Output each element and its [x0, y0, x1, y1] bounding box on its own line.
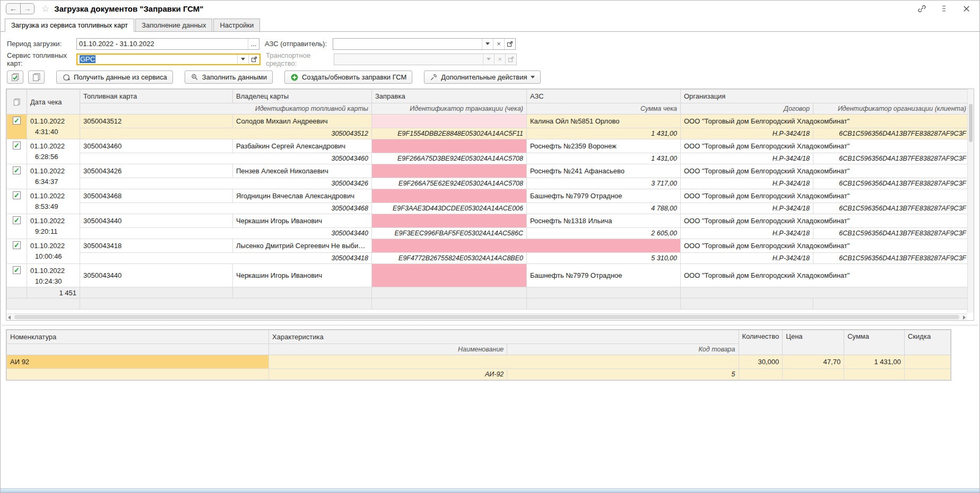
- cell-card-owner[interactable]: Разбайкин Сергей Александрович: [233, 139, 372, 153]
- vehicle-input[interactable]: [334, 54, 483, 65]
- close-button[interactable]: [961, 4, 971, 13]
- cell-checkbox[interactable]: ✓: [7, 264, 27, 287]
- cell-date[interactable]: 01.10.20224:31:40: [27, 115, 80, 139]
- fuel-card-service-input[interactable]: GPC: [77, 55, 237, 64]
- cell-azs[interactable]: Роснефть №1318 Ильича: [527, 214, 681, 228]
- cell-org-id[interactable]: 6CB1C596356D4A13B7FE838287AF9C3F: [813, 203, 970, 214]
- cell-org-id[interactable]: 6CB1C596356D4A13B7FE838287AF9C3F: [813, 253, 970, 264]
- cell-card-id[interactable]: 3050043426: [80, 178, 372, 189]
- cell-date[interactable]: 01.10.20228:53:49: [27, 189, 80, 214]
- cell-transaction-id[interactable]: E9F3EEC996FBAF5FE053024A14AC586C: [372, 228, 527, 239]
- cell-fuel-card[interactable]: 3050043512: [80, 115, 233, 128]
- row-checkbox[interactable]: ✓: [13, 191, 21, 199]
- cell-refuel[interactable]: [372, 115, 527, 128]
- cell-transaction-id[interactable]: E9F3AAE3D443DCDEE053024A14ACE006: [372, 203, 527, 214]
- cell-refuel[interactable]: [372, 189, 527, 203]
- cell-org-id[interactable]: 6CB1C596356D4A13B7FE838287AF9C3F: [813, 153, 970, 164]
- column-header-card[interactable]: Топливная карта: [80, 90, 233, 103]
- cell-organization[interactable]: ООО "Торговый дом Белгородский Хладокомб…: [681, 189, 970, 203]
- row-checkbox[interactable]: ✓: [13, 216, 21, 224]
- more-menu-button[interactable]: [939, 4, 949, 13]
- cell-contract[interactable]: Н.Р-3424/18: [681, 228, 813, 239]
- cell-transaction-id[interactable]: E9F266A75E62E924E053024A14AC5708: [372, 178, 527, 189]
- back-button[interactable]: ←: [6, 4, 20, 14]
- tab-load-from-service[interactable]: Загрузка из сервиса топливных карт: [5, 19, 134, 32]
- cell-org-id[interactable]: 6CB1C596356D4A13B7FE838287AF9C3F: [813, 128, 970, 139]
- cell-card-id[interactable]: 3050043468: [80, 203, 372, 214]
- get-data-from-service-button[interactable]: Получить данные из сервиса: [56, 71, 173, 84]
- cell-refuel[interactable]: [372, 239, 681, 253]
- more-actions-button[interactable]: Дополнительные действия: [424, 71, 540, 84]
- cell-checkbox[interactable]: ✓: [7, 189, 27, 214]
- tab-fill-data[interactable]: Заполнение данных: [135, 19, 212, 31]
- cell-fuel-card[interactable]: 3050043468: [80, 189, 233, 203]
- cell-card-id[interactable]: 3050043418: [80, 253, 372, 264]
- cell-transaction-id[interactable]: E9F266A75D3BE924E053024A14AC5708: [372, 153, 527, 164]
- azs-dropdown-button[interactable]: [482, 39, 493, 49]
- favorite-star-icon[interactable]: ☆: [41, 4, 49, 13]
- column-header-price[interactable]: Цена: [783, 330, 844, 355]
- column-header-org[interactable]: Организация: [681, 90, 970, 103]
- vertical-scroll-thumb[interactable]: [969, 104, 973, 142]
- service-dropdown-button[interactable]: [237, 55, 248, 64]
- horizontal-scrollbar[interactable]: [6, 313, 967, 320]
- panel-splitter[interactable]: [2, 325, 978, 325]
- column-header-nomenclature[interactable]: Номенклатура: [7, 330, 269, 344]
- cell-check-sum[interactable]: 5 310,00: [527, 253, 681, 264]
- cell-checkbox[interactable]: ✓: [7, 214, 27, 239]
- cell-azs[interactable]: Башнефть №7979 Отрадное: [527, 264, 681, 287]
- cell-characteristic[interactable]: [269, 355, 739, 369]
- cell-card-owner[interactable]: Ягодницин Вячеслав Александрович: [233, 189, 372, 203]
- cell-fuel-card[interactable]: 3050043418: [80, 239, 233, 253]
- cell-organization[interactable]: ООО "Торговый дом Белгородский Хладокомб…: [681, 264, 970, 287]
- check-all-button[interactable]: [7, 71, 23, 84]
- cell-fuel-card[interactable]: 3050043426: [80, 164, 233, 178]
- row-checkbox[interactable]: ✓: [13, 142, 21, 149]
- cell-card-owner[interactable]: Пензев Алексей Николаевич: [233, 164, 372, 178]
- azs-clear-button[interactable]: ×: [493, 39, 504, 49]
- tab-settings[interactable]: Настройки: [213, 19, 260, 31]
- cell-nomenclature[interactable]: АИ 92: [7, 355, 269, 369]
- cell-fuel-card[interactable]: 3050043440: [80, 264, 233, 287]
- cell-org-id[interactable]: 6CB1C596356D4A13B7FE838287AF9C3F: [813, 228, 970, 239]
- cell-check-sum[interactable]: 1 431,00: [527, 128, 681, 139]
- cell-refuel[interactable]: [372, 139, 527, 153]
- cell-card-owner[interactable]: Солодов Михаил Андреевич: [233, 115, 372, 128]
- cell-card-id[interactable]: 3050043512: [80, 128, 372, 139]
- cell-date[interactable]: 01.10.202210:24:30: [27, 264, 80, 287]
- column-header-date[interactable]: Дата чека: [27, 90, 80, 115]
- scroll-left-arrow[interactable]: [8, 315, 11, 320]
- vertical-scrollbar[interactable]: [967, 89, 974, 313]
- cell-transaction-id[interactable]: E9F1554DBB2E8848E053024A14AC5F11: [372, 128, 527, 139]
- column-header-refuel[interactable]: Заправка: [372, 90, 527, 103]
- cell-azs[interactable]: Роснефть №2359 Воронеж: [527, 139, 681, 153]
- cell-organization[interactable]: ООО "Торговый дом Белгородский Хладокомб…: [681, 239, 970, 253]
- cell-date[interactable]: 01.10.202210:00:46: [27, 239, 80, 264]
- cell-card-id[interactable]: 3050043460: [80, 153, 372, 164]
- cell-org-id[interactable]: 6CB1C596356D4A13B7FE838287AF9C3F: [813, 178, 970, 189]
- cell-card-owner[interactable]: Черкашин Игорь Иванович: [233, 214, 372, 228]
- column-header-quantity[interactable]: Количество: [739, 330, 783, 355]
- cell-checkbox[interactable]: ✓: [7, 164, 27, 189]
- cell-contract[interactable]: Н.Р-3424/18: [681, 203, 813, 214]
- row-checkbox[interactable]: ✓: [13, 117, 21, 125]
- cell-check-sum[interactable]: 3 717,00: [527, 178, 681, 189]
- cell-price[interactable]: 47,70: [783, 355, 844, 369]
- vehicle-clear-button[interactable]: ×: [494, 54, 505, 65]
- vehicle-dropdown-button[interactable]: [483, 54, 494, 65]
- cell-check-sum[interactable]: 4 788,00: [527, 203, 681, 214]
- cell-date[interactable]: 01.10.20229:20:11: [27, 214, 80, 239]
- cell-contract[interactable]: Н.Р-3424/18: [681, 128, 813, 139]
- cell-azs[interactable]: Роснефть №241 Афанасьево: [527, 164, 681, 178]
- cell-check-sum[interactable]: 2 605,00: [527, 228, 681, 239]
- cell-checkbox[interactable]: ✓: [7, 115, 27, 139]
- cell-sum[interactable]: 1 431,00: [844, 355, 905, 369]
- uncheck-all-button[interactable]: [28, 71, 45, 84]
- cell-fuel-card[interactable]: 3050043440: [80, 214, 233, 228]
- cell-checkbox[interactable]: ✓: [7, 239, 27, 264]
- cell-quantity[interactable]: 30,000: [739, 355, 783, 369]
- period-picker-button[interactable]: ...: [248, 39, 259, 49]
- cell-card-owner[interactable]: Черкашин Игорь Иванович: [233, 264, 372, 287]
- row-checkbox[interactable]: ✓: [13, 166, 21, 174]
- row-checkbox[interactable]: ✓: [13, 266, 21, 274]
